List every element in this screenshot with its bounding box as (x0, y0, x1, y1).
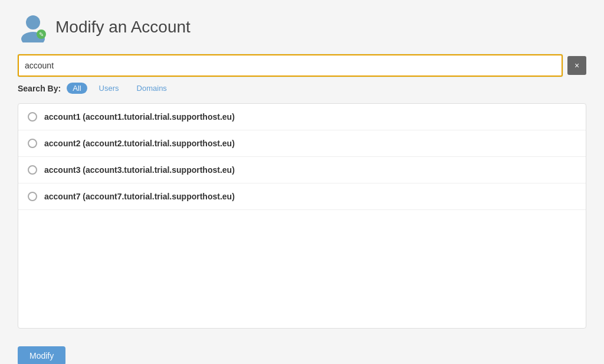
list-item[interactable]: account2 (account2.tutorial.trial.suppor… (18, 130, 586, 157)
radio-button-2[interactable] (28, 139, 37, 148)
clear-search-button[interactable]: × (567, 56, 586, 75)
result-text-2: account2 (account2.tutorial.trial.suppor… (44, 139, 235, 148)
page-header: ✎ Modify an Account (18, 12, 586, 42)
filter-all-button[interactable]: All (67, 83, 87, 94)
filter-users-button[interactable]: Users (93, 83, 125, 94)
user-account-icon: ✎ (18, 12, 48, 42)
search-input[interactable] (18, 54, 563, 77)
radio-button-3[interactable] (28, 165, 37, 175)
list-item[interactable]: account1 (account1.tutorial.trial.suppor… (18, 104, 586, 130)
result-text-3: account3 (account3.tutorial.trial.suppor… (44, 165, 235, 175)
search-by-row: Search By: All Users Domains (18, 83, 586, 94)
svg-point-0 (26, 15, 40, 29)
result-text-1: account1 (account1.tutorial.trial.suppor… (44, 112, 235, 122)
svg-text:✎: ✎ (39, 31, 44, 38)
page-title: Modify an Account (55, 18, 191, 37)
result-text-4: account7 (account7.tutorial.trial.suppor… (44, 192, 235, 201)
filter-domains-button[interactable]: Domains (131, 83, 173, 94)
results-container: account1 (account1.tutorial.trial.suppor… (18, 103, 586, 329)
search-row: × (18, 54, 586, 77)
radio-button-4[interactable] (28, 192, 37, 201)
list-item[interactable]: account7 (account7.tutorial.trial.suppor… (18, 183, 586, 210)
radio-button-1[interactable] (28, 112, 37, 122)
list-item[interactable]: account3 (account3.tutorial.trial.suppor… (18, 157, 586, 183)
empty-results-space (18, 210, 586, 328)
search-by-label: Search By: (18, 84, 61, 93)
modify-button[interactable]: Modify (18, 346, 65, 364)
